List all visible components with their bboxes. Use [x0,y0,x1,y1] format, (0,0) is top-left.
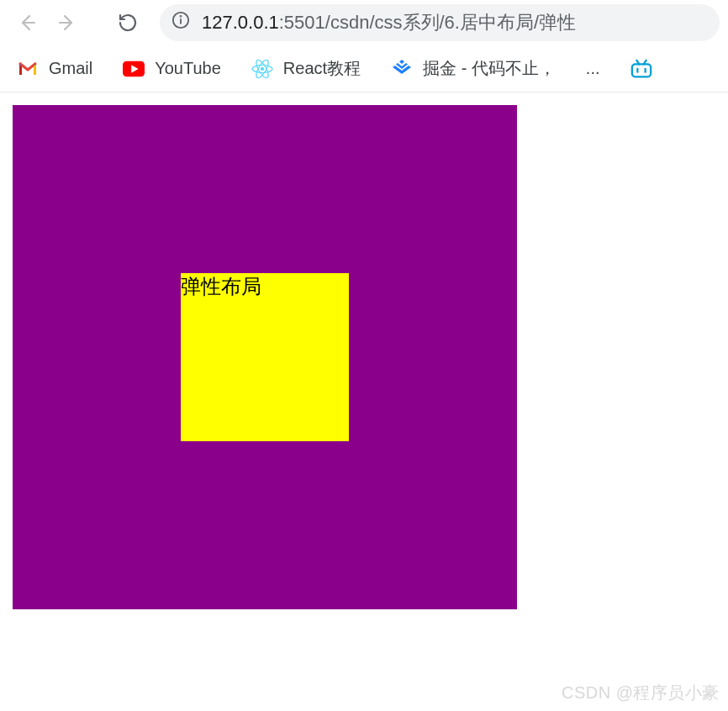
reload-icon [118,13,138,33]
reload-button[interactable] [109,4,146,41]
svg-rect-12 [631,64,650,76]
react-icon [251,58,273,80]
svg-marker-11 [399,60,404,64]
url-path: /csdn/css系列/6.居中布局/弹性 [325,10,576,35]
bilibili-icon [630,58,652,80]
browser-toolbar: 127.0.0.1:5501/csdn/css系列/6.居中布局/弹性 [0,0,728,45]
juejin-icon [391,58,413,80]
bookmark-label: Gmail [49,59,92,78]
url-host: 127.0.0.1 [202,12,279,34]
back-button[interactable] [8,4,45,41]
bookmark-juejin[interactable]: 掘金 - 代码不止， [391,57,556,80]
gmail-icon [17,58,39,80]
outer-box: 弹性布局 [13,105,517,609]
bookmark-label: React教程 [283,57,361,80]
bookmark-label: 掘金 - 代码不止， [423,57,556,80]
forward-button[interactable] [49,4,86,41]
bookmark-gmail[interactable]: Gmail [17,58,92,80]
svg-point-4 [181,16,182,17]
info-icon [171,11,190,34]
watermark: CSDN @程序员小豪 [562,682,720,704]
page-content: 弹性布局 [0,92,728,622]
inner-box: 弹性布局 [181,273,349,441]
youtube-icon [123,58,145,80]
bookmarks-bar: Gmail YouTube React教程 掘金 - 代码不止， ... [0,45,728,92]
arrow-right-icon [57,13,77,33]
url-port: :5501 [279,12,325,34]
address-bar[interactable]: 127.0.0.1:5501/csdn/css系列/6.居中布局/弹性 [160,4,720,41]
bookmark-overflow[interactable]: ... [586,59,600,78]
bookmark-youtube[interactable]: YouTube [123,58,221,80]
bookmark-react[interactable]: React教程 [251,57,361,80]
arrow-left-icon [17,13,37,33]
bookmark-bilibili[interactable] [630,58,652,80]
svg-point-7 [261,66,264,70]
bookmark-label: YouTube [155,59,221,78]
inner-box-text: 弹性布局 [181,275,261,298]
